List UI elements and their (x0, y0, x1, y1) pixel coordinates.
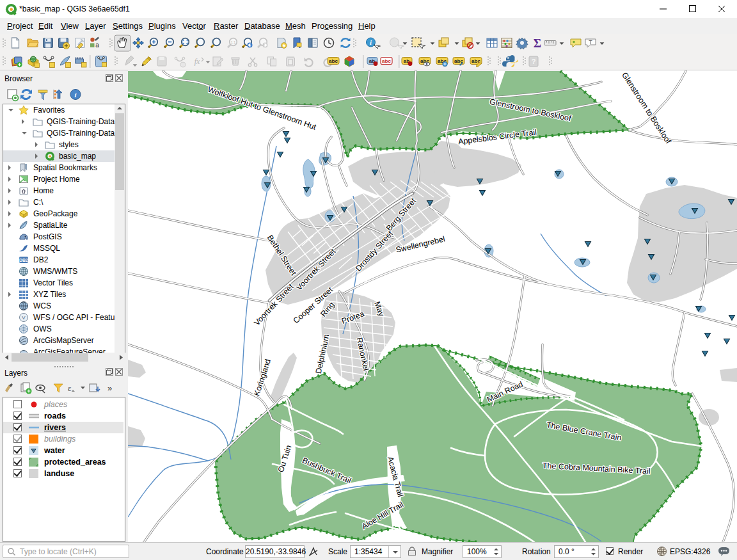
svg-text:a: a (95, 42, 99, 49)
svg-text:DB2: DB2 (19, 258, 28, 262)
svg-text:Σ: Σ (534, 36, 541, 50)
svg-text:ε: ε (68, 383, 72, 393)
svg-text:T: T (589, 39, 592, 45)
svg-text:?: ? (532, 58, 536, 65)
svg-text:V: V (22, 315, 26, 321)
svg-text:abc: abc (382, 58, 391, 64)
svg-text:»: » (107, 383, 112, 393)
svg-text:1:1: 1:1 (231, 40, 236, 44)
svg-text:fx: fx (194, 57, 200, 66)
